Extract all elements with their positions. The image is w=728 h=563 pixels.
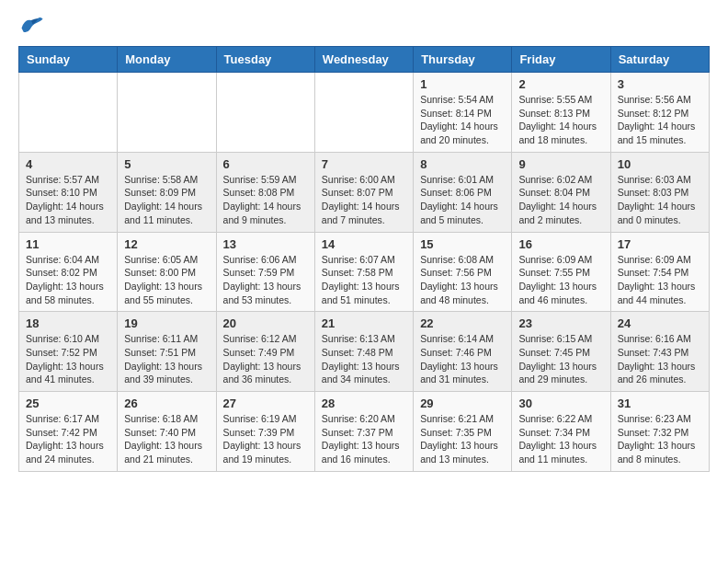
day-info: Sunrise: 6:15 AMSunset: 7:45 PMDaylight:… [518,332,603,386]
day-info: Sunrise: 5:58 AMSunset: 8:09 PMDaylight:… [124,173,209,227]
day-number: 31 [618,396,702,410]
day-number: 11 [26,237,110,251]
calendar-cell: 17Sunrise: 6:09 AMSunset: 7:54 PMDayligh… [610,232,709,312]
day-number: 24 [618,316,702,330]
day-info: Sunrise: 5:55 AMSunset: 8:13 PMDaylight:… [518,93,603,147]
calendar-cell: 4Sunrise: 5:57 AMSunset: 8:10 PMDaylight… [19,152,118,232]
day-info: Sunrise: 6:22 AMSunset: 7:34 PMDaylight:… [518,412,603,466]
calendar-cell: 5Sunrise: 5:58 AMSunset: 8:09 PMDaylight… [118,152,216,232]
day-info: Sunrise: 6:17 AMSunset: 7:42 PMDaylight:… [26,412,110,466]
day-info: Sunrise: 6:03 AMSunset: 8:03 PMDaylight:… [618,173,702,227]
day-number: 3 [618,77,702,91]
day-header-sunday: Sunday [19,47,118,73]
day-number: 5 [124,157,209,171]
day-number: 28 [322,396,406,410]
day-info: Sunrise: 6:08 AMSunset: 7:56 PMDaylight:… [420,253,505,307]
day-info: Sunrise: 5:57 AMSunset: 8:10 PMDaylight:… [26,173,110,227]
calendar-week-row: 11Sunrise: 6:04 AMSunset: 8:02 PMDayligh… [19,232,710,312]
day-number: 18 [26,316,110,330]
day-header-wednesday: Wednesday [314,47,413,73]
day-info: Sunrise: 6:18 AMSunset: 7:40 PMDaylight:… [124,412,209,466]
day-info: Sunrise: 6:01 AMSunset: 8:06 PMDaylight:… [420,173,505,227]
day-info: Sunrise: 6:11 AMSunset: 7:51 PMDaylight:… [124,332,209,386]
day-info: Sunrise: 6:04 AMSunset: 8:02 PMDaylight:… [26,253,110,307]
day-header-monday: Monday [118,47,216,73]
calendar-cell [19,73,118,153]
calendar-cell: 8Sunrise: 6:01 AMSunset: 8:06 PMDaylight… [414,152,512,232]
day-info: Sunrise: 6:00 AMSunset: 8:07 PMDaylight:… [322,173,406,227]
day-info: Sunrise: 6:12 AMSunset: 7:49 PMDaylight:… [223,332,308,386]
calendar-cell: 11Sunrise: 6:04 AMSunset: 8:02 PMDayligh… [19,232,118,312]
day-number: 22 [420,316,505,330]
calendar-cell [118,73,216,153]
calendar-cell: 10Sunrise: 6:03 AMSunset: 8:03 PMDayligh… [610,152,709,232]
calendar-cell: 31Sunrise: 6:23 AMSunset: 7:32 PMDayligh… [610,392,709,472]
day-info: Sunrise: 6:16 AMSunset: 7:43 PMDaylight:… [618,332,702,386]
calendar-cell: 28Sunrise: 6:20 AMSunset: 7:37 PMDayligh… [314,392,413,472]
day-number: 7 [322,157,406,171]
day-number: 15 [420,237,505,251]
day-number: 1 [420,77,505,91]
calendar-cell: 2Sunrise: 5:55 AMSunset: 8:13 PMDaylight… [512,73,610,153]
calendar-cell: 14Sunrise: 6:07 AMSunset: 7:58 PMDayligh… [314,232,413,312]
day-header-tuesday: Tuesday [216,47,314,73]
day-info: Sunrise: 6:14 AMSunset: 7:46 PMDaylight:… [420,332,505,386]
calendar-cell: 23Sunrise: 6:15 AMSunset: 7:45 PMDayligh… [512,312,610,392]
day-number: 9 [518,157,603,171]
day-header-saturday: Saturday [610,47,709,73]
day-info: Sunrise: 5:59 AMSunset: 8:08 PMDaylight:… [223,173,308,227]
calendar-cell: 3Sunrise: 5:56 AMSunset: 8:12 PMDaylight… [610,73,709,153]
day-info: Sunrise: 6:21 AMSunset: 7:35 PMDaylight:… [420,412,505,466]
calendar-cell: 12Sunrise: 6:05 AMSunset: 8:00 PMDayligh… [118,232,216,312]
day-number: 30 [518,396,603,410]
day-info: Sunrise: 6:09 AMSunset: 7:54 PMDaylight:… [618,253,702,307]
day-info: Sunrise: 6:23 AMSunset: 7:32 PMDaylight:… [618,412,702,466]
day-number: 16 [518,237,603,251]
day-info: Sunrise: 6:10 AMSunset: 7:52 PMDaylight:… [26,332,110,386]
logo [18,15,48,35]
day-number: 20 [223,316,308,330]
day-number: 27 [223,396,308,410]
day-number: 25 [26,396,110,410]
calendar-table: SundayMondayTuesdayWednesdayThursdayFrid… [18,46,710,472]
calendar-cell: 9Sunrise: 6:02 AMSunset: 8:04 PMDaylight… [512,152,610,232]
calendar-cell [216,73,314,153]
calendar-week-row: 25Sunrise: 6:17 AMSunset: 7:42 PMDayligh… [19,392,710,472]
calendar-cell: 20Sunrise: 6:12 AMSunset: 7:49 PMDayligh… [216,312,314,392]
day-number: 29 [420,396,505,410]
calendar-cell: 27Sunrise: 6:19 AMSunset: 7:39 PMDayligh… [216,392,314,472]
day-info: Sunrise: 6:06 AMSunset: 7:59 PMDaylight:… [223,253,308,307]
day-header-friday: Friday [512,47,610,73]
day-number: 21 [322,316,406,330]
calendar-cell: 7Sunrise: 6:00 AMSunset: 8:07 PMDaylight… [314,152,413,232]
day-number: 2 [518,77,603,91]
day-number: 14 [322,237,406,251]
calendar-cell: 25Sunrise: 6:17 AMSunset: 7:42 PMDayligh… [19,392,118,472]
day-info: Sunrise: 6:09 AMSunset: 7:55 PMDaylight:… [518,253,603,307]
calendar-cell: 21Sunrise: 6:13 AMSunset: 7:48 PMDayligh… [314,312,413,392]
day-number: 19 [124,316,209,330]
calendar-cell: 16Sunrise: 6:09 AMSunset: 7:55 PMDayligh… [512,232,610,312]
day-info: Sunrise: 5:56 AMSunset: 8:12 PMDaylight:… [618,93,702,147]
calendar-cell [314,73,413,153]
day-header-thursday: Thursday [414,47,512,73]
day-info: Sunrise: 6:07 AMSunset: 7:58 PMDaylight:… [322,253,406,307]
day-number: 6 [223,157,308,171]
header [18,15,710,35]
calendar-cell: 24Sunrise: 6:16 AMSunset: 7:43 PMDayligh… [610,312,709,392]
day-number: 12 [124,237,209,251]
calendar-week-row: 18Sunrise: 6:10 AMSunset: 7:52 PMDayligh… [19,312,710,392]
day-number: 4 [26,157,110,171]
day-info: Sunrise: 6:19 AMSunset: 7:39 PMDaylight:… [223,412,308,466]
day-number: 10 [618,157,702,171]
day-number: 13 [223,237,308,251]
calendar-week-row: 1Sunrise: 5:54 AMSunset: 8:14 PMDaylight… [19,73,710,153]
calendar-cell: 15Sunrise: 6:08 AMSunset: 7:56 PMDayligh… [414,232,512,312]
day-info: Sunrise: 6:20 AMSunset: 7:37 PMDaylight:… [322,412,406,466]
day-info: Sunrise: 6:02 AMSunset: 8:04 PMDaylight:… [518,173,603,227]
calendar-cell: 29Sunrise: 6:21 AMSunset: 7:35 PMDayligh… [414,392,512,472]
day-info: Sunrise: 6:13 AMSunset: 7:48 PMDaylight:… [322,332,406,386]
day-number: 23 [518,316,603,330]
calendar-cell: 19Sunrise: 6:11 AMSunset: 7:51 PMDayligh… [118,312,216,392]
calendar-cell: 26Sunrise: 6:18 AMSunset: 7:40 PMDayligh… [118,392,216,472]
